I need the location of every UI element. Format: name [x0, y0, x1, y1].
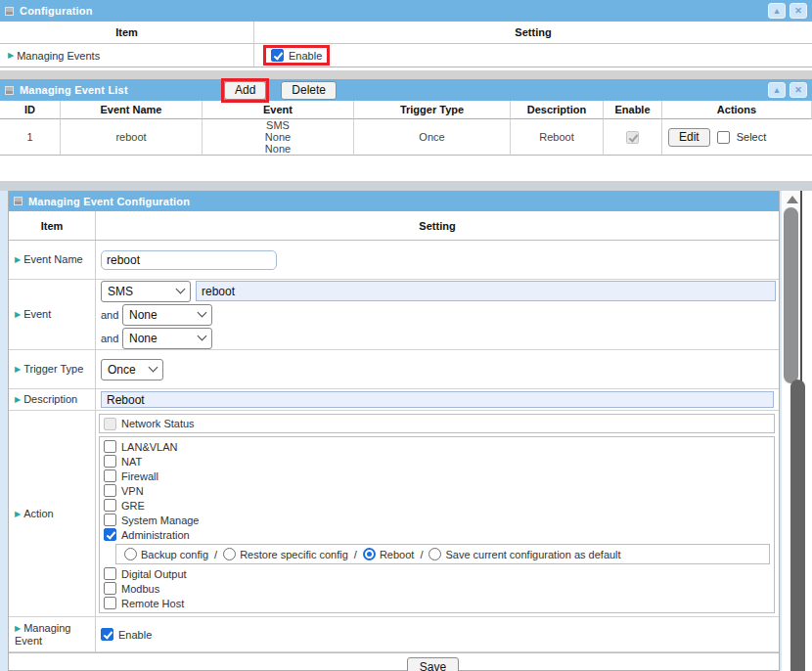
action-checkbox-digital-output[interactable]: [104, 567, 116, 580]
column-header-event: Event: [203, 101, 354, 119]
action-checkbox-nat[interactable]: [104, 455, 116, 468]
panel-icon: [5, 7, 14, 16]
row-id-cell: 1: [0, 119, 61, 156]
event-line: None: [265, 143, 291, 155]
outer-scrollbar-thumb[interactable]: [790, 380, 805, 671]
description-label-cell: ▶Description: [9, 389, 96, 410]
close-icon: ✕: [794, 7, 802, 16]
action-label-cell: ▶Action: [9, 411, 96, 616]
event-line: None: [265, 131, 291, 143]
delete-button[interactable]: Delete: [281, 81, 337, 100]
managing-event-configuration-panel: Managing Event Configuration Item Settin…: [0, 191, 782, 671]
event-name-label-cell: ▶Event Name: [9, 241, 96, 279]
panel-title: Managing Event Configuration: [28, 196, 190, 207]
close-button[interactable]: ✕: [789, 82, 807, 98]
event-row: ▶Event SMS and None: [9, 280, 779, 350]
action-label: Action: [23, 508, 54, 519]
add-button[interactable]: Add: [224, 81, 266, 100]
panel-separator: [0, 70, 812, 79]
action-checkbox-vpn[interactable]: [104, 484, 116, 497]
select-checkbox[interactable]: [717, 131, 730, 144]
action-checkbox-modbus[interactable]: [104, 582, 116, 595]
trigger-type-selected-value: Once: [108, 363, 136, 377]
and2-select[interactable]: None: [122, 328, 212, 349]
event-label: Event: [23, 308, 51, 320]
action-checkbox-gre[interactable]: [104, 499, 116, 512]
event-name-label: Event Name: [23, 253, 83, 265]
radio-label: Restore specific config: [240, 549, 348, 560]
radio-reboot[interactable]: [363, 548, 376, 560]
action-checkbox-label: NAT: [121, 456, 142, 468]
radio-save-current-config[interactable]: [429, 548, 441, 560]
collapse-icon: ▴: [775, 86, 780, 95]
event-type-select[interactable]: SMS: [101, 281, 191, 302]
action-checkbox-label: Remote Host: [121, 598, 184, 609]
collapse-button[interactable]: ▴: [768, 82, 786, 98]
radio-restore-specific-config[interactable]: [223, 548, 236, 560]
event-line: SMS: [266, 119, 290, 131]
action-checkbox-label: GRE: [121, 500, 145, 512]
and2-selected-value: None: [129, 332, 158, 345]
chevron-down-icon: [198, 332, 207, 341]
bullet-arrow-icon: ▶: [15, 624, 21, 633]
select-label: Select: [737, 131, 767, 143]
column-header-trigger-type: Trigger Type: [354, 101, 511, 119]
description-input[interactable]: [101, 391, 774, 408]
bullet-arrow-icon: ▶: [15, 510, 21, 518]
column-header-item: Item: [0, 22, 254, 44]
radio-label: Backup config: [141, 549, 208, 560]
separator: /: [420, 549, 423, 560]
close-button[interactable]: ✕: [789, 3, 807, 19]
description-label: Description: [23, 393, 77, 405]
action-checkbox-system-manage[interactable]: [104, 514, 116, 526]
scrollbar-up-arrow-icon[interactable]: [787, 196, 798, 203]
action-checkbox-label: Modbus: [121, 583, 159, 595]
action-checkbox-label: System Manage: [121, 514, 199, 526]
scrollbar-thumb[interactable]: [784, 207, 798, 383]
managing-event-enable-checkbox[interactable]: [101, 628, 113, 641]
action-checkbox-lan-vlan[interactable]: [104, 440, 116, 453]
and1-select[interactable]: None: [122, 304, 212, 326]
managing-events-label: Managing Events: [17, 50, 100, 62]
event-name-row: ▶Event Name: [9, 241, 779, 280]
trigger-type-label-cell: ▶Trigger Type: [9, 350, 96, 388]
action-options-box: LAN&VLAN NAT Firewall VPN GRE System Man…: [99, 436, 775, 613]
close-icon: ✕: [794, 86, 802, 95]
collapse-icon: ▴: [775, 7, 780, 16]
managing-event-label-cell: ▶Managing Event: [9, 617, 96, 651]
network-status-checkbox: [104, 418, 116, 430]
trigger-type-row: ▶Trigger Type Once: [9, 350, 779, 389]
event-setting-cell: SMS and None and None: [96, 280, 779, 349]
action-checkbox-firewall[interactable]: [104, 470, 116, 482]
action-checkbox-administration[interactable]: [104, 528, 116, 541]
radio-backup-config[interactable]: [124, 548, 137, 560]
bullet-arrow-icon: ▶: [15, 310, 21, 319]
event-sms-input[interactable]: [196, 281, 776, 301]
chevron-down-icon: [176, 285, 186, 294]
managing-events-enable-checkbox[interactable]: [271, 49, 284, 62]
managing-event-configuration-header: Managing Event Configuration: [9, 191, 779, 211]
trigger-type-label: Trigger Type: [23, 363, 83, 375]
configuration-panel-header: Configuration ▴ ✕: [0, 0, 812, 22]
and-label: and: [101, 333, 122, 344]
action-checkbox-label: Firewall: [121, 470, 158, 482]
managing-event-label: Managing Event: [15, 622, 70, 647]
row-trigger-type-cell: Once: [354, 119, 511, 156]
enable-label: Enable: [289, 50, 322, 62]
edit-button[interactable]: Edit: [668, 128, 710, 147]
separator: /: [354, 549, 357, 560]
save-button[interactable]: Save: [407, 657, 459, 671]
action-checkbox-label: VPN: [121, 485, 144, 497]
trigger-type-select[interactable]: Once: [101, 359, 163, 380]
event-name-input[interactable]: [101, 250, 277, 270]
action-checkbox-remote-host[interactable]: [104, 597, 116, 609]
collapse-button[interactable]: ▴: [768, 3, 786, 19]
event-list-table: ID Event Name Event Trigger Type Descrip…: [0, 101, 812, 156]
managing-events-label-cell: ▶ Managing Events: [0, 44, 254, 67]
managing-event-list-header: Managing Event List Add Delete ▴ ✕: [0, 79, 812, 101]
radio-label: Save current configuration as default: [445, 549, 620, 560]
action-setting-cell: Network Status LAN&VLAN NAT Firewall VPN…: [96, 411, 779, 616]
managing-event-row: ▶Managing Event Enable: [9, 617, 779, 652]
column-header-setting: Setting: [96, 211, 779, 240]
description-setting-cell: [96, 389, 779, 410]
